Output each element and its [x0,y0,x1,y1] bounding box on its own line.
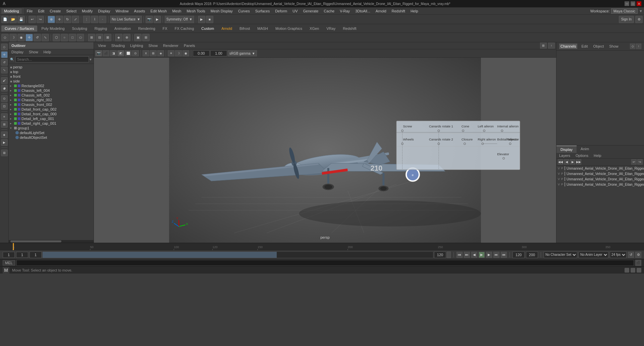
menu-create[interactable]: Create [47,8,63,14]
menu-deform[interactable]: Deform [272,8,290,14]
tab-bifrost[interactable]: Bifrost [236,25,253,32]
lasso-btn[interactable]: ☽ [9,34,17,41]
mode-indicator[interactable]: MEL [3,260,15,266]
layer-item-4[interactable]: V P Unmanned_Aerial_Vehicle_Drone_IAI_Ei… [556,182,644,187]
tab-channels[interactable]: Channels [559,44,577,49]
menu-surfaces[interactable]: Surfaces [253,8,272,14]
fps-select[interactable]: 24 fps [610,251,627,258]
scale-lt[interactable]: ⤡ [1,67,8,73]
menu-options[interactable]: Options [573,153,591,158]
menu-uv[interactable]: UV [290,8,300,14]
layer-tool1[interactable]: ↩ [631,159,637,165]
wireframe-btn[interactable]: ⊞ [142,34,150,41]
tab-show[interactable]: Show [608,44,620,49]
select-tool[interactable]: ⊕ [48,16,55,23]
vp-value-field2[interactable] [210,50,227,56]
timeline-ruler[interactable]: 1 50 100 120 150 200 250 300 350 [0,243,644,250]
playback-stop[interactable]: ■ [206,16,213,23]
search-input[interactable] [15,56,89,62]
start-frame-input[interactable] [16,252,28,258]
workspace-arrow[interactable]: ▼ [639,9,643,13]
outliner-hscrollbar[interactable] [9,240,94,243]
vp-heads-btn[interactable]: ◈ [157,50,164,56]
prev-layer2[interactable]: ◀ [564,159,569,165]
vp-value-field1[interactable] [193,50,210,56]
mode-selector[interactable]: Modeling [1,8,22,14]
panel-icon1[interactable]: ◇ [630,44,635,49]
tree-item-chassis-right-002[interactable]: ▸ Chassis_right_002 [9,98,94,102]
max-frame-input[interactable] [526,251,538,258]
tab-rendering[interactable]: Rendering [135,25,159,32]
tab-object[interactable]: Object [592,44,605,49]
outliner-show-menu[interactable]: Show [26,49,41,55]
tab-display[interactable]: Display [556,146,577,153]
vp-light1[interactable]: ☀ [168,50,174,56]
merge-btn[interactable]: ⊠ [104,34,111,41]
tab-animation[interactable]: Animation [111,25,134,32]
prev-frame-btn[interactable]: ◀ [471,252,477,258]
tab-sculpting[interactable]: Sculpting [69,25,91,32]
menu-help[interactable]: Help [408,8,421,14]
menu-cache[interactable]: Cache [321,8,337,14]
menu-select[interactable]: Select [63,8,79,14]
vp-menu-renderer[interactable]: Renderer [160,43,181,48]
rotate-lt[interactable]: ↺ [1,59,8,66]
render-btn[interactable]: ▶ [154,16,161,23]
tab-poly-modeling[interactable]: Poly Modeling [38,25,68,32]
cylinder-btn[interactable]: ⬭ [77,34,84,41]
layer-item-2[interactable]: V P Unmanned_Aerial_Vehicle_Drone_IAI_Ei… [556,171,644,176]
tab-motion-graphics[interactable]: Motion Graphics [272,25,306,32]
snap-curve[interactable]: ⌇ [91,16,98,23]
vp-grid-btn[interactable]: ⊞ [150,50,157,56]
next-layer[interactable]: ▶ [570,159,575,165]
current-frame-input[interactable] [3,252,15,258]
tree-item-chassis-front-002[interactable]: ▸ Chassis_front_002 [9,102,94,107]
menu-generate[interactable]: Generate [300,8,321,14]
menu-mesh-tools[interactable]: Mesh Tools [184,8,208,14]
range-end-input[interactable] [434,251,446,258]
menu-edit[interactable]: Edit [35,8,47,14]
soft-lt[interactable]: ⊙ [1,95,8,102]
move-btn[interactable]: ✛ [25,34,33,41]
close-button[interactable]: ✕ [637,1,641,6]
menu-edit-mesh[interactable]: Edit Mesh [148,8,170,14]
move-tool[interactable]: ✛ [56,16,63,23]
play-btn[interactable]: ▶ [479,252,485,258]
extrude-btn[interactable]: ⊞ [88,34,95,41]
open-scene-btn[interactable]: 📂 [9,16,17,23]
panel-icon2[interactable]: ↑ [636,44,641,49]
tree-item-chassis-left-002[interactable]: ▸ Chassis_left_002 [9,93,94,98]
sphere-btn[interactable]: ○ [61,34,68,41]
range-start-input[interactable] [30,251,42,258]
outliner-lt[interactable]: ≡ [1,113,8,120]
prefs-btn[interactable]: ⚙ [635,252,641,258]
tree-item-detail-front-cap-002[interactable]: ▸ Detail_front_cap_002 [9,107,94,112]
undo-btn[interactable]: ↩ [29,16,36,23]
timeline-range-bar[interactable] [42,251,433,258]
hscroll-thumb[interactable] [10,240,61,242]
sculpt-lt[interactable]: ◕ [1,85,8,92]
vp-shaded-btn[interactable]: ◩ [117,50,124,56]
settings-btn[interactable]: ⚙ [635,16,643,23]
tree-item-top[interactable]: ■ top [9,69,94,74]
tab-redshift[interactable]: Redshift [339,25,360,32]
next-frame-btn[interactable]: ▶ [486,252,492,258]
anim-layer-select[interactable]: No Anim Layer [579,251,608,258]
bevel-btn[interactable]: ⊟ [96,34,103,41]
vp-camera-btn[interactable]: 📷 [95,50,102,56]
tab-arnold[interactable]: Arnold [218,25,235,32]
vp-menu-panels[interactable]: Panels [181,43,198,48]
select-lt[interactable]: ◇ [1,44,8,50]
move-lt[interactable]: ✛ [1,51,8,58]
go-start-btn[interactable]: ⏮ [457,252,463,258]
menu-vray[interactable]: V-Ray [337,8,353,14]
tree-item-side[interactable]: ■ side [9,79,94,83]
menu-redshift[interactable]: Redshift [389,8,408,14]
end-frame-input[interactable] [513,251,525,258]
next-layer2[interactable]: ▶▶ [576,159,581,165]
box-btn[interactable]: □ [69,34,76,41]
grid-lt[interactable]: ⊞ [1,150,8,156]
menu-file[interactable]: File [24,8,36,14]
tree-item-persp[interactable]: ■ persp [9,65,94,69]
redo-btn[interactable]: ↪ [37,16,44,23]
